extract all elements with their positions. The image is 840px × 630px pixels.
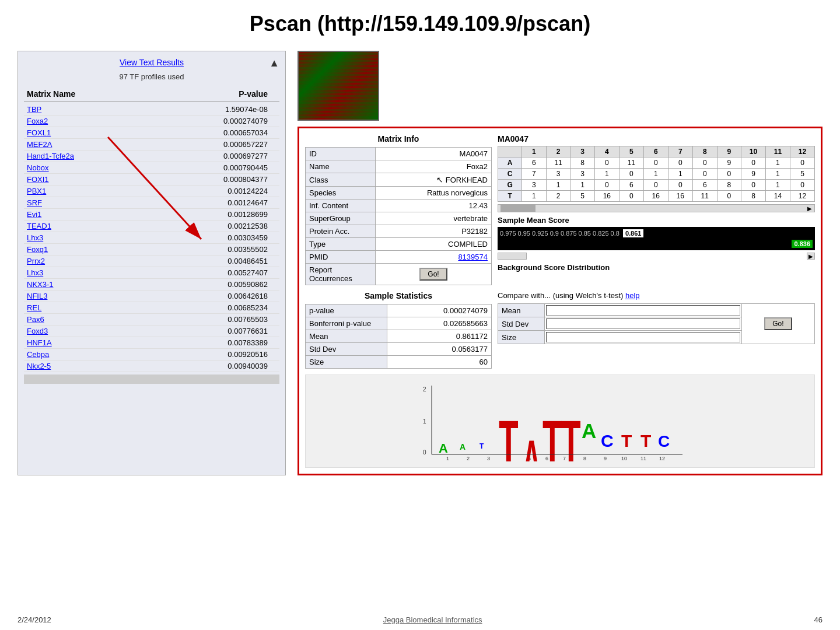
ma-col-header: 3 bbox=[570, 146, 594, 158]
compare-input-1[interactable] bbox=[546, 318, 740, 329]
bg-scrollbar-right[interactable]: ▶ bbox=[807, 253, 815, 260]
ma-cell: 6 bbox=[692, 180, 717, 191]
compare-row: MeanGo! bbox=[498, 304, 815, 317]
matrix-link[interactable]: Pax6 bbox=[27, 315, 44, 324]
matrix-link[interactable]: Prrx2 bbox=[27, 257, 45, 265]
cell-matrix: FOXI1 bbox=[24, 175, 129, 184]
ma-cell: 0 bbox=[790, 158, 814, 169]
compare-go-button[interactable]: Go! bbox=[764, 317, 792, 330]
report-go-button[interactable]: Go! bbox=[419, 268, 447, 281]
info-label: Species bbox=[306, 187, 376, 200]
cell-pvalue: 0.00765503 bbox=[129, 315, 279, 324]
stats-label: Bonferroni p-value bbox=[306, 317, 387, 330]
matrix-link[interactable]: Foxd3 bbox=[27, 327, 48, 335]
ma-cell: 1 bbox=[765, 180, 790, 191]
view-text-link[interactable]: View Text Results bbox=[120, 58, 184, 67]
page-title: Pscan (http://159.149.109.9/pscan) bbox=[0, 0, 840, 45]
ma-cell: 0 bbox=[619, 191, 643, 202]
cell-pvalue: 0.00303459 bbox=[129, 233, 279, 242]
svg-text:T: T bbox=[480, 442, 484, 450]
footer-center: Jegga Biomedical Informatics bbox=[383, 615, 482, 624]
matrix-link[interactable]: PBX1 bbox=[27, 187, 46, 195]
cell-matrix: TBP bbox=[24, 105, 129, 114]
ma-cell: 3 bbox=[522, 180, 546, 191]
matrix-link[interactable]: SRF bbox=[27, 198, 42, 207]
ma-cell: 9 bbox=[717, 158, 741, 169]
sequence-logo-svg: 2 bits 1 0 1 2 3 4 5 6 7 8 9 10 11 12 bbox=[414, 380, 706, 461]
matrix-link[interactable]: TBP bbox=[27, 105, 41, 114]
table-row: TEAD10.00212538 bbox=[24, 220, 279, 232]
matrix-link[interactable]: Cebpa bbox=[27, 350, 49, 359]
ma-cell: 0 bbox=[741, 158, 766, 169]
ma-cell: 11 bbox=[546, 158, 570, 169]
cell-matrix: MEF2A bbox=[24, 140, 129, 149]
matrix-link[interactable]: NFIL3 bbox=[27, 292, 47, 300]
score-bar-bottom: 0.836 bbox=[500, 240, 813, 248]
compare-input-2[interactable] bbox=[546, 332, 740, 342]
ma-row-label: A bbox=[498, 158, 522, 169]
ma-table: 123456789101112 A61180110009010C73310110… bbox=[498, 146, 815, 202]
ma-cell: 0 bbox=[594, 158, 619, 169]
ma-cell: 1 bbox=[570, 180, 594, 191]
svg-text:2: 2 bbox=[423, 386, 426, 393]
scroll-up-arrow[interactable]: ▲ bbox=[269, 57, 279, 69]
left-scrollbar[interactable] bbox=[24, 374, 279, 384]
table-row: Lhx30.00303459 bbox=[24, 232, 279, 244]
ma-cell: 1 bbox=[522, 191, 546, 202]
matrix-info-panel: Matrix Info IDMA0047NameFoxa2Class↖ FORK… bbox=[305, 134, 492, 285]
bg-scrollbar-left[interactable] bbox=[498, 253, 527, 260]
info-row: SuperGroupvertebrate bbox=[306, 212, 492, 225]
cell-matrix: TEAD1 bbox=[24, 222, 129, 230]
table-row: HNF1A0.00783389 bbox=[24, 337, 279, 349]
ma-cell: 0 bbox=[594, 180, 619, 191]
table-row: Hand1-Tcfe2a0.000697277 bbox=[24, 150, 279, 162]
matrix-link[interactable]: Foxq1 bbox=[27, 245, 48, 254]
matrix-name-header: Matrix Name bbox=[24, 89, 129, 99]
bg-score-title: Background Score Distribution bbox=[498, 263, 815, 272]
compare-input-cell bbox=[545, 331, 742, 344]
ma-scroll-right[interactable]: ▶ bbox=[805, 205, 814, 212]
cell-matrix: Foxa2 bbox=[24, 117, 129, 125]
matrix-link[interactable]: FOXI1 bbox=[27, 175, 49, 184]
cell-matrix: FOXL1 bbox=[24, 128, 129, 137]
matrix-link[interactable]: Foxa2 bbox=[27, 117, 48, 125]
matrix-link[interactable]: Nkx2-5 bbox=[27, 362, 51, 370]
ma-col-header: 8 bbox=[692, 146, 717, 158]
stats-table: p-value0.000274079Bonferroni p-value0.02… bbox=[305, 304, 492, 369]
compare-mean-input[interactable] bbox=[546, 305, 740, 316]
pvalue-header: P-value bbox=[129, 89, 279, 99]
info-value: 8139574 bbox=[376, 251, 492, 264]
info-row: PMID8139574 bbox=[306, 251, 492, 264]
ma-col-header: 5 bbox=[619, 146, 643, 158]
matrix-link[interactable]: Lhx3 bbox=[27, 233, 43, 242]
cell-matrix: Nkx2-5 bbox=[24, 362, 129, 370]
matrix-link[interactable]: REL bbox=[27, 303, 41, 312]
svg-text:3: 3 bbox=[487, 456, 490, 461]
matrix-link[interactable]: Evi1 bbox=[27, 210, 41, 219]
matrix-link[interactable]: HNF1A bbox=[27, 338, 52, 347]
compare-input-cell bbox=[545, 304, 742, 317]
matrix-link[interactable]: Nobox bbox=[27, 163, 49, 172]
cell-matrix: Nobox bbox=[24, 163, 129, 172]
matrix-link[interactable]: NKX3-1 bbox=[27, 280, 54, 289]
compare-help-link[interactable]: help bbox=[625, 291, 640, 300]
table-row: NKX3-10.00590862 bbox=[24, 279, 279, 290]
cell-pvalue: 0.00527407 bbox=[129, 268, 279, 277]
stats-label: Std Dev bbox=[306, 343, 387, 356]
svg-text:9: 9 bbox=[604, 456, 607, 461]
matrix-link[interactable]: MEF2A bbox=[27, 140, 52, 149]
ma-cell: 12 bbox=[790, 191, 814, 202]
pmid-link[interactable]: 8139574 bbox=[458, 253, 488, 261]
matrix-link[interactable]: Hand1-Tcfe2a bbox=[27, 152, 74, 160]
score-green: 0.836 bbox=[792, 240, 813, 248]
ma-cell: 3 bbox=[546, 169, 570, 180]
ma-cell: 1 bbox=[668, 169, 692, 180]
matrix-link[interactable]: TEAD1 bbox=[27, 222, 51, 230]
ma-scrollbar[interactable]: ▶ bbox=[498, 204, 815, 212]
matrix-link[interactable]: FOXL1 bbox=[27, 128, 51, 137]
table-row: TBP1.59074e-08 bbox=[24, 104, 279, 116]
cell-pvalue: 0.00486451 bbox=[129, 257, 279, 265]
stats-value: 0.0563177 bbox=[387, 343, 492, 356]
matrix-link[interactable]: Lhx3 bbox=[27, 268, 43, 277]
cell-pvalue: 0.000790445 bbox=[129, 163, 279, 172]
